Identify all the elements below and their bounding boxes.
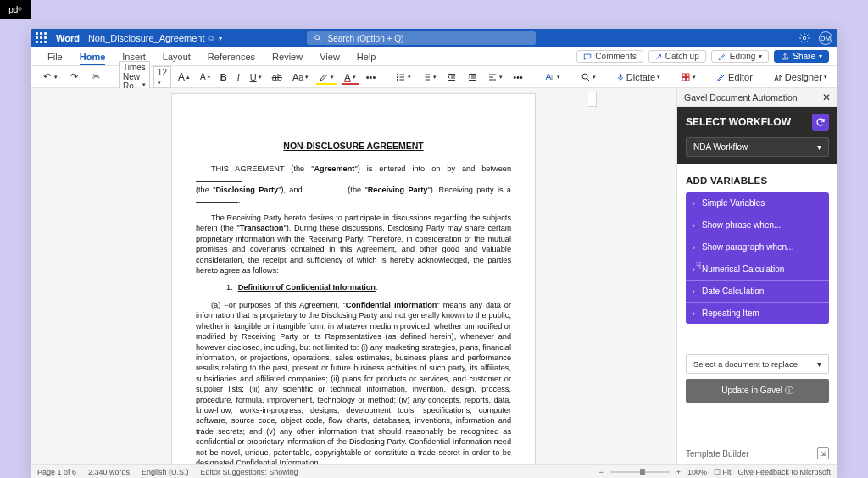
acc-repeating-item[interactable]: ›Repeating Item <box>686 303 829 324</box>
update-in-gavel-button[interactable]: Update in Gavel ⓘ <box>686 379 829 403</box>
increase-indent-button[interactable] <box>464 70 481 84</box>
bullets-button[interactable]: ▾ <box>392 70 415 84</box>
add-variables-label: ADD VARIABLES <box>686 175 829 186</box>
acc-show-paragraph[interactable]: ›Show paragraph when... <box>686 236 829 258</box>
ribbon-more-button[interactable]: ••• <box>834 70 837 84</box>
help-icon: ⓘ <box>785 386 793 395</box>
ribbon-tabs: File Home Insert Layout References Revie… <box>31 47 837 66</box>
word-app-window: Word Non_Disclosure_Agreement ▾ Search (… <box>31 29 837 478</box>
language[interactable]: English (U.S.) <box>142 468 189 476</box>
tab-file[interactable]: File <box>39 47 71 65</box>
app-name: Word <box>56 33 80 43</box>
refresh-icon <box>815 117 826 127</box>
search-placeholder: Search (Option + Q) <box>327 34 403 43</box>
undo-button[interactable]: ↶▾ <box>37 69 61 85</box>
svg-rect-28 <box>682 77 686 81</box>
feedback-link[interactable]: Give Feedback to Microsoft <box>737 468 831 476</box>
page-counter[interactable]: Page 1 of 6 <box>37 468 76 476</box>
word-count[interactable]: 2,340 words <box>88 468 130 476</box>
svg-point-2 <box>803 36 806 40</box>
cloud-saved-icon <box>208 35 215 42</box>
doc-transaction-para: The Receiving Party hereto desires to pa… <box>196 213 511 276</box>
settings-gear-icon[interactable] <box>798 32 810 44</box>
highlight-button[interactable]: ▾ <box>315 70 337 84</box>
editor-button[interactable]: Editor <box>713 70 756 84</box>
panel-footer: Template Builder ⇲ <box>677 442 837 464</box>
addins-button[interactable]: ▾ <box>677 70 699 84</box>
italic-button[interactable]: I <box>234 70 243 84</box>
bullets-icon <box>396 72 406 82</box>
find-button[interactable]: ▾ <box>577 70 599 84</box>
change-case-button[interactable]: Aa▾ <box>289 70 312 84</box>
tab-home[interactable]: Home <box>71 47 114 65</box>
designer-button[interactable]: Designer▾ <box>770 70 831 84</box>
decrease-indent-icon <box>447 72 457 82</box>
decrease-indent-button[interactable] <box>443 70 460 84</box>
acc-show-phrase[interactable]: ›Show phrase when... <box>686 214 829 236</box>
panel-body: ADD VARIABLES ›Simple Variables ›Show ph… <box>677 164 837 442</box>
tab-review[interactable]: Review <box>264 47 311 65</box>
find-icon <box>581 72 591 82</box>
tab-view[interactable]: View <box>311 47 348 65</box>
zoom-level[interactable]: 100% <box>687 468 707 476</box>
replace-document-select[interactable]: Select a document to replace▾ <box>686 354 829 374</box>
zoom-in-button[interactable]: + <box>676 468 681 476</box>
addins-icon <box>681 72 691 82</box>
share-icon <box>781 53 789 61</box>
grow-font-button[interactable]: A▴ <box>175 69 193 85</box>
variables-accordion: ›Simple Variables ›Show phrase when... ›… <box>686 192 829 324</box>
tab-help[interactable]: Help <box>348 47 385 65</box>
titlebar: Word Non_Disclosure_Agreement ▾ Search (… <box>31 29 837 47</box>
acc-date-calc[interactable]: ›Date Calculation <box>686 281 829 303</box>
document-page[interactable]: NON-DISCLOSURE AGREEMENT THIS AGREEMENT … <box>171 93 536 464</box>
fit-button[interactable]: ☐ Fit <box>714 468 732 476</box>
tab-references[interactable]: References <box>199 47 264 65</box>
dictate-button[interactable]: Dictate▾ <box>613 70 664 84</box>
user-avatar[interactable]: DM <box>819 31 832 45</box>
share-button[interactable]: Share▾ <box>774 50 829 63</box>
app-launcher-icon[interactable] <box>36 32 47 44</box>
comments-button[interactable]: Comments <box>576 50 643 63</box>
document-scroll[interactable]: NON-DISCLOSURE AGREEMENT THIS AGREEMENT … <box>31 88 676 464</box>
svg-rect-25 <box>620 74 622 78</box>
align-button[interactable]: ▾ <box>484 70 506 84</box>
numbering-button[interactable]: ▾ <box>418 70 440 84</box>
tab-layout[interactable]: Layout <box>154 47 199 65</box>
shrink-font-button[interactable]: A▾ <box>197 70 214 83</box>
acc-simple-variables[interactable]: ›Simple Variables <box>686 192 829 214</box>
status-bar: Page 1 of 6 2,340 words English (U.S.) E… <box>31 464 837 478</box>
strikethrough-button[interactable]: ab <box>269 70 286 84</box>
format-painter-button[interactable]: ✂ <box>86 69 105 85</box>
acc-numerical-calc[interactable]: ›☟Numerical Calculation <box>686 258 829 281</box>
comments-icon <box>583 53 592 61</box>
bold-button[interactable]: B <box>217 70 231 84</box>
popout-icon[interactable]: ⇲ <box>817 447 829 459</box>
workflow-select[interactable]: NDA Workflow▾ <box>686 137 829 157</box>
refresh-button[interactable] <box>812 114 829 131</box>
microphone-icon <box>616 72 625 82</box>
editor-suggestions[interactable]: Editor Suggestions: Showing <box>201 468 298 476</box>
underline-button[interactable]: U▾ <box>247 70 265 84</box>
zoom-out-button[interactable]: − <box>598 468 603 476</box>
template-builder-label: Template Builder <box>686 449 748 459</box>
search-input[interactable]: Search (Option + Q) <box>307 31 536 45</box>
styles-button[interactable]: ▾ <box>540 70 564 84</box>
workflow-section: SELECT WORKFLOW NDA Workflow▾ <box>677 107 837 164</box>
font-size-combo[interactable]: 12 ▾ <box>153 66 171 88</box>
close-icon[interactable]: ✕ <box>822 92 831 103</box>
document-name[interactable]: Non_Disclosure_Agreement ▾ <box>88 33 223 43</box>
editor-icon <box>716 72 726 82</box>
redo-button[interactable]: ↷ <box>64 69 83 85</box>
catch-up-button[interactable]: ↗Catch up <box>648 50 706 63</box>
doc-title: NON-DISCLOSURE AGREEMENT <box>196 140 511 152</box>
more-font-options-button[interactable]: ••• <box>363 70 380 84</box>
editing-mode-button[interactable]: Editing▾ <box>711 50 770 63</box>
svg-line-24 <box>587 78 589 81</box>
highlighter-icon <box>319 72 329 82</box>
font-color-button[interactable]: A▾ <box>341 70 359 84</box>
svg-rect-26 <box>682 74 686 77</box>
numbering-icon <box>421 72 431 82</box>
align-left-icon <box>487 72 498 82</box>
zoom-slider[interactable] <box>610 471 670 473</box>
more-paragraph-button[interactable]: ••• <box>509 70 526 84</box>
